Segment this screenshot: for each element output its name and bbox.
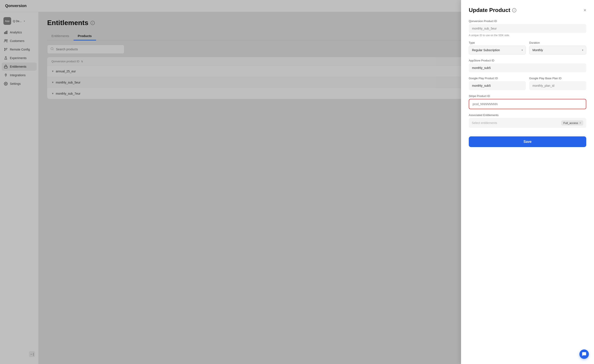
- google-play-row: Google Play Product ID Google Play Base …: [469, 77, 586, 94]
- panel-info-icon[interactable]: i: [512, 8, 516, 13]
- google-base-plan-label: Google Play Base Plan ID: [529, 77, 586, 80]
- panel-header: Update Product i ×: [469, 7, 586, 13]
- google-base-plan-input[interactable]: [529, 81, 586, 90]
- entitlements-label: Associated Entitlements: [469, 113, 586, 117]
- save-button[interactable]: Save: [469, 136, 586, 147]
- duration-select[interactable]: Monthly Annual Weekly 3 Months 6 Months …: [529, 46, 586, 55]
- type-label: Type: [469, 41, 526, 44]
- entitlements-field: Associated Entitlements Select entitleme…: [469, 113, 586, 128]
- stripe-product-id-field: Stripe Product ID: [469, 94, 586, 109]
- type-duration-row: Type Regular Subscription Consumable Non…: [469, 41, 586, 59]
- qonversion-product-id-input[interactable]: [469, 24, 586, 33]
- tag-label: Full_access: [563, 121, 578, 125]
- tag-remove-button[interactable]: ×: [580, 121, 581, 125]
- type-field: Type Regular Subscription Consumable Non…: [469, 41, 526, 55]
- duration-field: Duration Monthly Annual Weekly 3 Months …: [529, 41, 586, 55]
- entitlement-tag: Full_access ×: [561, 120, 583, 125]
- qonversion-product-id-field: Qonversion Product ID A unique ID to use…: [469, 20, 586, 37]
- entitlements-select[interactable]: Select entitlements Full_access ×: [469, 118, 586, 128]
- appstore-product-id-label: AppStore Product ID: [469, 59, 586, 62]
- qonversion-product-id-label: Qonversion Product ID: [469, 20, 586, 23]
- google-play-product-id-field: Google Play Product ID: [469, 77, 526, 90]
- chat-support-button[interactable]: [580, 350, 589, 359]
- duration-select-wrap: Monthly Annual Weekly 3 Months 6 Months …: [529, 46, 586, 55]
- type-select[interactable]: Regular Subscription Consumable Non-Cons…: [469, 46, 526, 55]
- google-play-label: Google Play Product ID: [469, 77, 526, 80]
- google-base-plan-field: Google Play Base Plan ID: [529, 77, 586, 90]
- duration-label: Duration: [529, 41, 586, 44]
- qonversion-product-id-hint: A unique ID to use on the SDK side.: [469, 34, 586, 37]
- update-product-panel: Update Product i × Qonversion Product ID…: [461, 0, 594, 364]
- appstore-product-id-field: AppStore Product ID: [469, 59, 586, 72]
- appstore-product-id-input[interactable]: [469, 63, 586, 72]
- close-panel-button[interactable]: ×: [583, 7, 586, 13]
- type-select-wrap: Regular Subscription Consumable Non-Cons…: [469, 46, 526, 55]
- panel-title: Update Product i: [469, 7, 516, 13]
- stripe-product-id-label: Stripe Product ID: [469, 94, 586, 98]
- entitlements-placeholder: Select entitlements: [472, 121, 560, 125]
- google-play-product-id-input[interactable]: [469, 81, 526, 90]
- stripe-product-id-input[interactable]: [470, 100, 585, 108]
